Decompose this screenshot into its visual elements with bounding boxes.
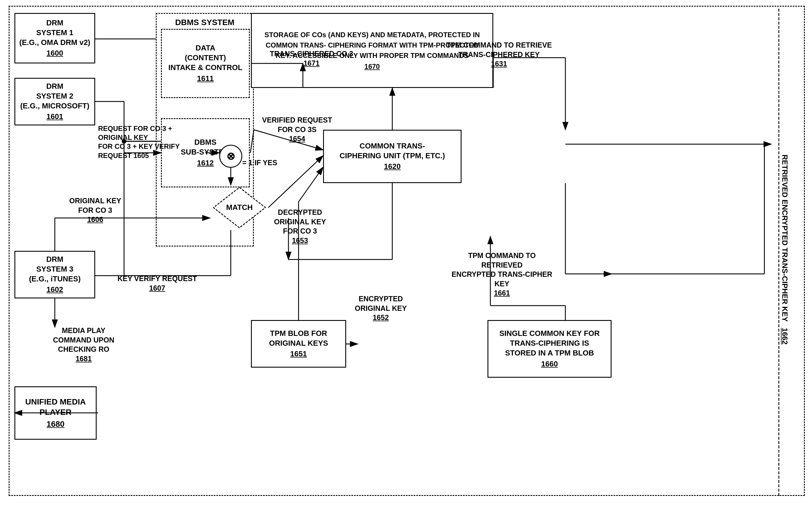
trans-ciphering-ref: 1620 — [384, 162, 401, 172]
drm-system-1-box: DRM SYSTEM 1 (E.G., OMA DRM v2) 1600 — [14, 13, 95, 64]
single-common-key-label: SINGLE COMMON KEY FOR TRANS-CIPHERING IS… — [499, 329, 600, 358]
xor-circle: ⊗ — [219, 145, 242, 168]
encrypted-orig-ref: 1652 — [340, 313, 421, 322]
data-intake-label: DATA (CONTENT) INTAKE & CONTROL — [168, 43, 243, 72]
tpm-cmd-cipher-ref: 1661 — [450, 288, 554, 298]
data-intake-box: DATA (CONTENT) INTAKE & CONTROL 1611 — [161, 29, 250, 98]
drm-system-1-ref: 1600 — [47, 49, 63, 58]
tpm-blob-label: TPM BLOB FOR ORIGINAL KEYS — [269, 329, 328, 348]
drm-system-1-label: DRM SYSTEM 1 (E.G., OMA DRM v2) — [19, 18, 90, 47]
media-play-label: MEDIA PLAYCOMMAND UPONCHECKING RO1681 — [45, 326, 123, 363]
tpm-cmd-retrieve-ref: 1631 — [444, 59, 554, 69]
equals-1-if-yes-label: = 1 IF YES — [242, 158, 277, 168]
retrieved-encrypted-label: RETRIEVED ENCRYPTED TRANS-CIPHER KEY 166… — [780, 149, 789, 351]
tpm-blob-box: TPM BLOB FOR ORIGINAL KEYS 1651 — [251, 320, 346, 367]
single-common-key-ref: 1660 — [541, 359, 558, 369]
trans-ciphered-co3-ref: 1671 — [268, 59, 355, 68]
decrypted-key-ref: 1653 — [260, 236, 340, 245]
trans-ciphering-box: COMMON TRANS- CIPHERING UNIT (TPM, ETC.)… — [323, 130, 462, 183]
tpm-cmd-cipher-label: TPM COMMAND TO RETRIEVEDENCRYPTED TRANS-… — [450, 251, 554, 298]
drm-system-2-box: DRM SYSTEM 2 (E.G., MICROSOFT) 1601 — [14, 78, 95, 125]
media-play-ref: 1681 — [45, 354, 123, 363]
original-key-ref: 1606 — [58, 215, 133, 224]
tpm-cmd-retrieve-label: TPM COMMAND TO RETRIEVETRANS-CIPHERED KE… — [444, 40, 554, 69]
decrypted-key-label: DECRYPTEDORIGINAL KEYFOR CO 31653 — [260, 207, 340, 245]
key-verify-ref: 1607 — [107, 283, 208, 293]
drm-system-3-label: DRM SYSTEM 3 (E.G., iTUNES) — [29, 255, 80, 284]
request-co3-label: REQUEST FOR CO 3 + ORIGINAL KEYFOR CO 3 … — [98, 124, 208, 160]
single-common-key-box: SINGLE COMMON KEY FOR TRANS-CIPHERING IS… — [487, 320, 612, 378]
verified-req-ref: 1654 — [254, 134, 340, 144]
encrypted-orig-label: ENCRYPTEDORIGINAL KEY1652 — [340, 294, 421, 322]
storage-ref: 1670 — [364, 62, 380, 71]
unified-player-ref: 1680 — [47, 419, 64, 429]
tpm-blob-ref: 1651 — [290, 349, 307, 359]
diagram: DRM SYSTEM 1 (E.G., OMA DRM v2) 1600 DRM… — [0, 0, 812, 506]
trans-ciphering-label: COMMON TRANS- CIPHERING UNIT (TPM, ETC.) — [339, 141, 445, 161]
original-key-label: ORIGINAL KEYFOR CO 31606 — [58, 196, 133, 224]
unified-player-label: UNIFIED MEDIA PLAYER — [25, 397, 86, 418]
key-verify-label: KEY VERIFY REQUEST1607 — [107, 274, 208, 292]
drm-system-3-ref: 1602 — [47, 285, 63, 294]
dbms-system-label: DBMS SYSTEM — [175, 17, 234, 28]
trans-ciphered-co3-label: TRANS-CIPHERED CO 31671 — [268, 49, 355, 68]
unified-player-box: UNIFIED MEDIA PLAYER 1680 — [14, 386, 97, 440]
drm-system-2-ref: 1601 — [47, 112, 63, 122]
svg-text:MATCH: MATCH — [226, 203, 253, 212]
drm-system-3-box: DRM SYSTEM 3 (E.G., iTUNES) 1602 — [14, 251, 95, 299]
xor-symbol: ⊗ — [227, 150, 235, 162]
data-intake-ref: 1611 — [197, 74, 214, 84]
verified-req-label: VERIFIED REQUESTFOR CO 3S1654 — [254, 115, 340, 144]
drm-system-2-label: DRM SYSTEM 2 (E.G., MICROSOFT) — [20, 82, 89, 111]
